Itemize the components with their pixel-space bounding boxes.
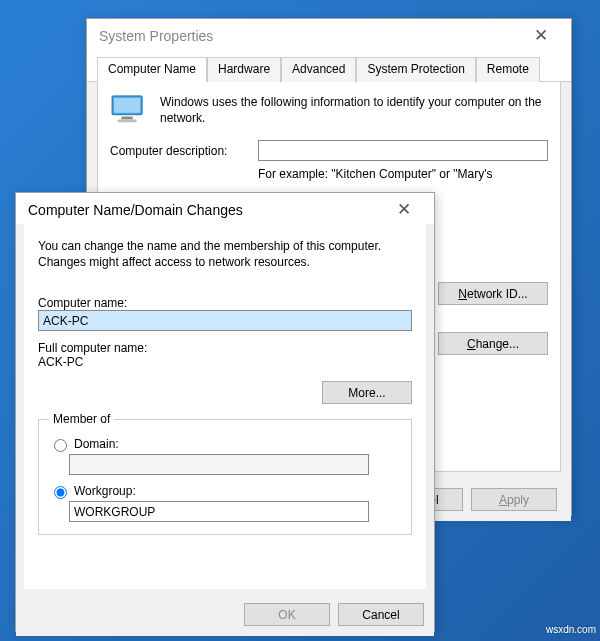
domain-radio[interactable] [54,439,67,452]
close-icon[interactable]: ✕ [521,25,561,46]
domain-label: Domain: [74,437,119,451]
workgroup-input[interactable] [69,501,369,522]
full-name-value: ACK-PC [38,355,412,369]
change-button[interactable]: Change... [438,332,548,355]
desc-hint: For example: "Kitchen Computer" or "Mary… [258,167,492,181]
computer-name-input[interactable] [38,310,412,331]
tab-computer-name[interactable]: Computer Name [97,57,207,82]
sysprops-title: System Properties [99,28,213,44]
changedlg-title: Computer Name/Domain Changes [28,202,243,218]
tab-advanced[interactable]: Advanced [281,57,356,82]
member-of-legend: Member of [49,412,114,426]
sysprops-apply-button[interactable]: Apply [471,488,557,511]
tab-system-protection[interactable]: System Protection [356,57,475,82]
svg-rect-1 [114,98,140,113]
changedlg-cancel-button[interactable]: Cancel [338,603,424,626]
full-name-label: Full computer name: [38,341,412,355]
workgroup-label: Workgroup: [74,484,136,498]
info-text: Windows uses the following information t… [160,94,548,126]
svg-rect-3 [118,119,137,122]
svg-rect-2 [121,117,132,120]
network-id-button[interactable]: Network ID... [438,282,548,305]
close-icon[interactable]: ✕ [384,199,424,220]
computer-icon [110,94,148,126]
tab-strip: Computer Name Hardware Advanced System P… [87,50,571,82]
more-button[interactable]: More... [322,381,412,404]
watermark: wsxdn.com [546,624,596,635]
changedlg-blurb: You can change the name and the membersh… [38,238,388,270]
changedlg-ok-button[interactable]: OK [244,603,330,626]
workgroup-radio[interactable] [54,486,67,499]
desc-label: Computer description: [110,144,246,158]
member-of-group: Member of Domain: Workgroup: [38,412,412,535]
computer-description-input[interactable] [258,140,548,161]
domain-input [69,454,369,475]
tab-remote[interactable]: Remote [476,57,540,82]
tab-hardware[interactable]: Hardware [207,57,281,82]
computer-name-label: Computer name: [38,296,412,310]
